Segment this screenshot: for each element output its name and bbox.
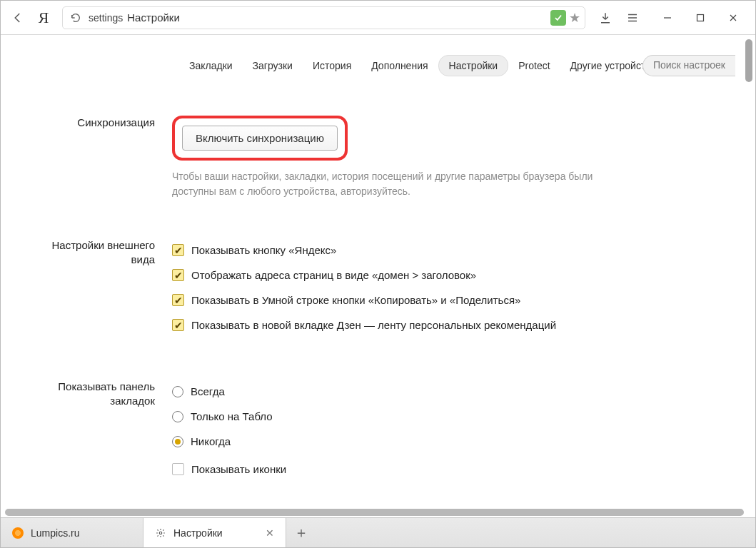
scrollbar-thumb[interactable] — [5, 509, 744, 516]
checkbox-label: Показывать кнопку «Яндекс» — [191, 244, 336, 256]
enable-sync-button[interactable]: Включить синхронизацию — [182, 126, 338, 151]
radio-icon[interactable] — [172, 386, 183, 397]
checkbox-icon[interactable]: ✔ — [172, 244, 184, 256]
bookmarks-option-always[interactable]: Всегда — [172, 385, 715, 397]
section-sync: Синхронизация Включить синхронизацию Что… — [1, 116, 744, 199]
close-window-button[interactable] — [717, 6, 750, 29]
checkbox-label: Отображать адреса страниц в виде «домен … — [191, 269, 476, 281]
vertical-scrollbar[interactable] — [745, 39, 752, 506]
checkbox-icon[interactable]: ✔ — [172, 463, 184, 475]
radio-icon[interactable] — [172, 411, 183, 422]
address-bar[interactable]: settings Настройки ★ — [62, 6, 585, 29]
address-title: Настройки — [127, 11, 180, 24]
checkbox-label: Показывать в Умной строке кнопки «Копиро… — [191, 294, 520, 306]
nav-tab-settings[interactable]: Настройки — [438, 55, 509, 76]
bookmark-star-icon[interactable]: ★ — [569, 10, 580, 26]
checkbox-icon[interactable]: ✔ — [172, 269, 184, 281]
appearance-check-0[interactable]: ✔ Показывать кнопку «Яндекс» — [172, 244, 715, 256]
radio-label: Никогда — [191, 435, 231, 447]
nav-tab-bookmarks[interactable]: Закладки — [179, 56, 243, 76]
downloads-icon[interactable] — [594, 6, 617, 29]
checkbox-icon[interactable]: ✔ — [172, 319, 184, 331]
highlight-frame: Включить синхронизацию — [172, 116, 348, 161]
settings-nav: Закладки Загрузки История Дополнения Нас… — [1, 35, 744, 76]
sync-hint-text: Чтобы ваши настройки, закладки, история … — [172, 169, 636, 199]
menu-icon[interactable] — [621, 6, 644, 29]
appearance-check-3[interactable]: ✔ Показывать в новой вкладке Дзен — лент… — [172, 319, 715, 331]
address-text: settings Настройки — [89, 11, 180, 24]
nav-tab-addons[interactable]: Дополнения — [361, 56, 438, 76]
tab-title: Настройки — [173, 527, 223, 539]
close-tab-icon[interactable]: ✕ — [266, 527, 274, 539]
section-appearance: Настройки внешнего вида ✔ Показывать кно… — [1, 238, 744, 344]
horizontal-scrollbar[interactable] — [5, 509, 744, 516]
address-keyword: settings — [89, 12, 123, 24]
checkbox-label: Показывать в новой вкладке Дзен — ленту … — [191, 319, 556, 331]
svg-point-1 — [159, 532, 162, 534]
section-bookmarks-panel: Показывать панель закладок Всегда Только… — [1, 380, 744, 488]
checkbox-icon[interactable]: ✔ — [172, 294, 184, 306]
reload-icon[interactable] — [67, 12, 84, 24]
minimize-button[interactable] — [651, 6, 684, 29]
bookmarks-option-tableau[interactable]: Только на Табло — [172, 410, 715, 422]
bookmarks-show-icons[interactable]: ✔ Показывать иконки — [172, 463, 715, 475]
gear-icon — [155, 527, 166, 539]
scrollbar-thumb[interactable] — [745, 39, 752, 82]
browser-tab-lumpics[interactable]: Lumpics.ru — [1, 518, 143, 547]
appearance-check-2[interactable]: ✔ Показывать в Умной строке кнопки «Копи… — [172, 294, 715, 306]
svg-rect-0 — [697, 14, 704, 21]
appearance-check-1[interactable]: ✔ Отображать адреса страниц в виде «доме… — [172, 269, 715, 281]
section-sync-label: Синхронизация — [29, 116, 172, 199]
tab-title: Lumpics.ru — [31, 527, 79, 539]
bookmarks-option-never[interactable]: Никогда — [172, 435, 715, 447]
search-settings-input[interactable]: Поиск настроек — [642, 55, 735, 76]
browser-toolbar: Я settings Настройки ★ — [1, 1, 755, 35]
tab-strip: Lumpics.ru Настройки ✕ ＋ — [1, 517, 755, 547]
radio-icon[interactable] — [172, 436, 183, 447]
favicon-icon — [12, 527, 24, 539]
maximize-button[interactable] — [684, 6, 717, 29]
new-tab-button[interactable]: ＋ — [286, 518, 316, 547]
section-appearance-label: Настройки внешнего вида — [29, 238, 172, 344]
window-controls — [651, 6, 750, 29]
back-button[interactable] — [6, 6, 29, 29]
radio-label: Всегда — [191, 385, 225, 397]
browser-tab-settings[interactable]: Настройки ✕ — [143, 518, 286, 547]
yandex-logo-icon[interactable]: Я — [34, 8, 54, 28]
nav-tab-downloads[interactable]: Загрузки — [243, 56, 303, 76]
radio-label: Только на Табло — [191, 410, 273, 422]
section-bookmarks-label: Показывать панель закладок — [29, 380, 172, 488]
checkbox-label: Показывать иконки — [191, 463, 286, 475]
protect-shield-icon[interactable] — [550, 10, 566, 26]
nav-tab-protect[interactable]: Protect — [508, 56, 560, 76]
nav-tab-history[interactable]: История — [303, 56, 361, 76]
